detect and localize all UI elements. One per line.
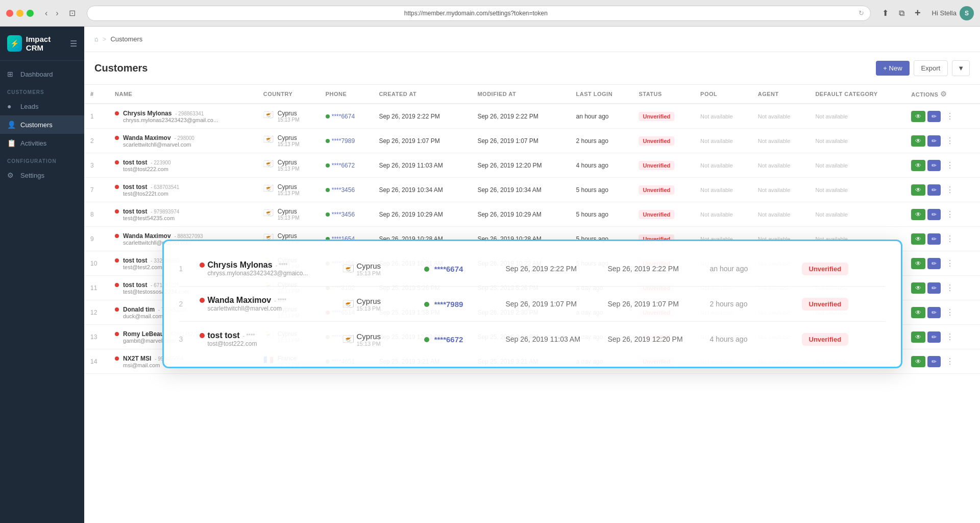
view-button[interactable]: 👁 bbox=[911, 331, 925, 343]
view-button[interactable]: 👁 bbox=[911, 111, 925, 122]
back-button[interactable]: ‹ bbox=[42, 8, 51, 19]
sidebar-item-leads[interactable]: ● Leads bbox=[0, 97, 84, 115]
customer-name: Wanda Maximov bbox=[123, 232, 171, 240]
more-button[interactable]: ⋮ bbox=[943, 183, 957, 197]
col-phone[interactable]: PHONE bbox=[320, 85, 373, 104]
cell-actions: 👁 ✏ ⋮ bbox=[905, 129, 980, 153]
view-button[interactable]: 👁 bbox=[911, 135, 925, 147]
customer-email: chryss.mylonas23423423@gmail.co... bbox=[123, 117, 218, 123]
view-button[interactable]: 👁 bbox=[911, 258, 925, 269]
col-status[interactable]: STATUS bbox=[632, 85, 694, 104]
country-name: Cyprus bbox=[278, 110, 300, 117]
cell-num: 3 bbox=[84, 153, 109, 178]
edit-button[interactable]: ✏ bbox=[927, 233, 941, 245]
fullscreen-button[interactable]: ⧉ bbox=[896, 8, 908, 19]
cell-agent: Not available bbox=[752, 325, 810, 349]
col-last-login[interactable]: LAST LOGIN bbox=[570, 85, 632, 104]
col-modified[interactable]: MODIFIED AT bbox=[471, 85, 570, 104]
more-button[interactable]: ⋮ bbox=[943, 109, 957, 123]
view-button[interactable]: 👁 bbox=[911, 307, 925, 318]
online-dot bbox=[115, 283, 119, 287]
sidebar-item-settings[interactable]: ⚙ Settings bbox=[0, 166, 84, 184]
pool-value: Not available bbox=[700, 334, 733, 340]
cell-created: Sep 25, 2019 12:53 PM bbox=[373, 325, 471, 349]
col-country[interactable]: COUNTRY bbox=[257, 85, 320, 104]
phone-status-dot bbox=[326, 212, 330, 217]
edit-button[interactable]: ✏ bbox=[927, 184, 941, 196]
edit-button[interactable]: ✏ bbox=[927, 331, 941, 343]
cell-name: tost tost - 979893974 test@test54235.com bbox=[109, 202, 257, 227]
layout-button[interactable]: ⊡ bbox=[66, 7, 79, 19]
filter-button[interactable]: ▼ bbox=[952, 60, 970, 76]
sidebar-item-activities[interactable]: 📋 Activities bbox=[0, 134, 84, 152]
col-pool[interactable]: POOL bbox=[694, 85, 752, 104]
export-button[interactable]: Export bbox=[914, 60, 948, 76]
cell-last-login: 2 hours ago bbox=[570, 129, 632, 153]
breadcrumb-home[interactable]: ⌂ bbox=[94, 35, 99, 43]
view-button[interactable]: 👁 bbox=[911, 209, 925, 220]
more-button[interactable]: ⋮ bbox=[943, 158, 957, 172]
cell-country: 🇫🇷 France 15:13 PM bbox=[257, 349, 320, 374]
minimize-dot[interactable] bbox=[16, 10, 23, 17]
cell-country: 🇨🇾 Cyprus 15:13 PM bbox=[257, 300, 320, 325]
customers-table: # NAME COUNTRY PHONE CREATED AT MODIFIED… bbox=[84, 85, 980, 374]
menu-icon[interactable]: ☰ bbox=[70, 39, 77, 49]
col-created[interactable]: CREATED AT bbox=[373, 85, 471, 104]
edit-button[interactable]: ✏ bbox=[927, 356, 941, 367]
forward-button[interactable]: › bbox=[53, 8, 61, 19]
sidebar-item-customers[interactable]: 👤 Customers bbox=[0, 115, 84, 134]
edit-button[interactable]: ✏ bbox=[927, 160, 941, 171]
status-badge: Unverified bbox=[639, 332, 674, 342]
breadcrumb-page: Customers bbox=[110, 35, 142, 43]
edit-button[interactable]: ✏ bbox=[927, 258, 941, 269]
country-name: Cyprus bbox=[278, 159, 300, 166]
reload-icon[interactable]: ↻ bbox=[859, 9, 864, 17]
view-button[interactable]: 👁 bbox=[911, 184, 925, 196]
status-badge: Unverified bbox=[639, 112, 674, 121]
col-category[interactable]: DEFAULT CATEGORY bbox=[809, 85, 905, 104]
url-text: https://member.mydomain.com/settings?tok… bbox=[93, 10, 859, 17]
status-badge: Unverified bbox=[639, 185, 674, 195]
edit-button[interactable]: ✏ bbox=[927, 307, 941, 318]
col-agent[interactable]: AGENT bbox=[752, 85, 810, 104]
more-button[interactable]: ⋮ bbox=[943, 281, 957, 295]
country-time: 15:13 PM bbox=[278, 166, 300, 172]
more-button[interactable]: ⋮ bbox=[943, 305, 957, 319]
more-button[interactable]: ⋮ bbox=[943, 232, 957, 246]
edit-button[interactable]: ✏ bbox=[927, 209, 941, 220]
more-button[interactable]: ⋮ bbox=[943, 354, 957, 368]
cell-num: 1 bbox=[84, 104, 109, 129]
country-name: Cyprus bbox=[278, 281, 300, 289]
share-button[interactable]: ⬆ bbox=[879, 7, 892, 19]
sidebar-item-dashboard[interactable]: ⊞ Dashboard bbox=[0, 65, 84, 83]
view-button[interactable]: 👁 bbox=[911, 160, 925, 171]
more-button[interactable]: ⋮ bbox=[943, 256, 957, 270]
edit-button[interactable]: ✏ bbox=[927, 135, 941, 147]
customers-section-label: CUSTOMERS bbox=[0, 83, 84, 97]
close-dot[interactable] bbox=[6, 10, 13, 17]
view-button[interactable]: 👁 bbox=[911, 233, 925, 245]
edit-button[interactable]: ✏ bbox=[927, 282, 941, 294]
edit-button[interactable]: ✏ bbox=[927, 111, 941, 122]
column-settings-icon[interactable]: ⚙ bbox=[940, 90, 947, 98]
fullscreen-dot[interactable] bbox=[27, 10, 34, 17]
url-bar[interactable]: https://member.mydomain.com/settings?tok… bbox=[87, 6, 871, 21]
col-name[interactable]: NAME bbox=[109, 85, 257, 104]
view-button[interactable]: 👁 bbox=[911, 282, 925, 294]
cell-status: Unverified bbox=[632, 251, 694, 276]
add-tab-button[interactable]: + bbox=[912, 6, 924, 20]
more-button[interactable]: ⋮ bbox=[943, 207, 957, 221]
cell-pool: Not available bbox=[694, 276, 752, 300]
table-row: 14 NX2T MSI - 998455054 msi@mail.com 🇫🇷 … bbox=[84, 349, 980, 374]
customer-id: - 298000 bbox=[173, 135, 194, 141]
view-button[interactable]: 👁 bbox=[911, 356, 925, 367]
cell-actions: 👁 ✏ ⋮ bbox=[905, 104, 980, 129]
more-button[interactable]: ⋮ bbox=[943, 330, 957, 344]
phone-number: ****6514 bbox=[332, 309, 355, 316]
customer-name: Romy LeBeau bbox=[123, 330, 164, 338]
customer-name: tost tost bbox=[123, 183, 147, 191]
more-button[interactable]: ⋮ bbox=[943, 134, 957, 148]
new-button[interactable]: + New bbox=[876, 61, 909, 76]
cell-category: Not available bbox=[809, 325, 905, 349]
country-time: 15:13 PM bbox=[278, 215, 300, 221]
